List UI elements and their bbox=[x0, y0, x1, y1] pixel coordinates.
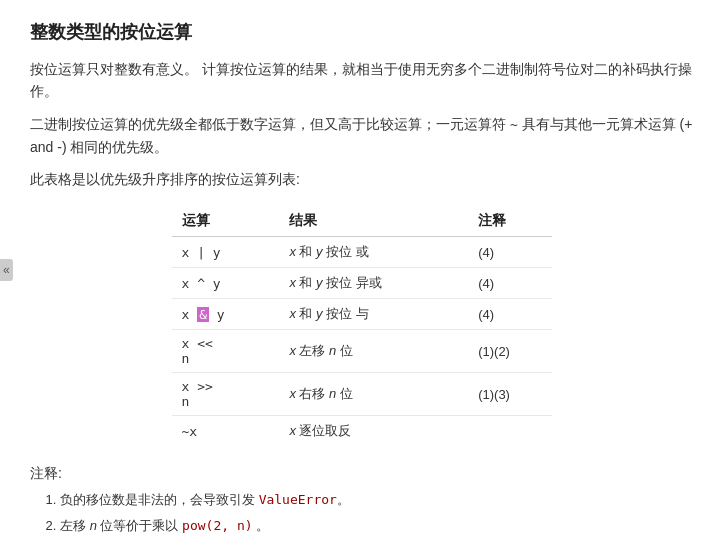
note-cell: (1)(3) bbox=[468, 373, 551, 416]
note-cell: (4) bbox=[468, 237, 551, 268]
notes-title: 注释: bbox=[30, 462, 693, 484]
table-row: x & y x 和 y 按位 与 (4) bbox=[172, 299, 552, 330]
list-item: 左移 n 位等价于乘以 pow(2, n) 。 bbox=[60, 515, 693, 537]
note-cell bbox=[468, 416, 551, 447]
op-cell: ~x bbox=[172, 416, 280, 447]
note-cell: (1)(2) bbox=[468, 330, 551, 373]
table-row: x ^ y x 和 y 按位 异或 (4) bbox=[172, 268, 552, 299]
page-title: 整数类型的按位运算 bbox=[30, 20, 693, 44]
bitwise-ops-table: 运算 结果 注释 x | y x 和 y 按位 或 (4) x ^ y bbox=[30, 206, 693, 446]
paragraph-1: 按位运算只对整数有意义。 计算按位运算的结果，就相当于使用无穷多个二进制制符号位… bbox=[30, 58, 693, 103]
table-row: x <<n x 左移 n 位 (1)(2) bbox=[172, 330, 552, 373]
paragraph-2: 二进制按位运算的优先级全都低于数字运算，但又高于比较运算；一元运算符 ~ 具有与… bbox=[30, 113, 693, 158]
op-cell: x >>n bbox=[172, 373, 280, 416]
col-header-op: 运算 bbox=[172, 206, 280, 237]
note-cell: (4) bbox=[468, 299, 551, 330]
table-row: x >>n x 右移 n 位 (1)(3) bbox=[172, 373, 552, 416]
notes-section: 注释: 负的移位数是非法的，会导致引发 ValueError。 左移 n 位等价… bbox=[30, 462, 693, 539]
table-row: x | y x 和 y 按位 或 (4) bbox=[172, 237, 552, 268]
result-cell: x 右移 n 位 bbox=[279, 373, 468, 416]
op-cell: x | y bbox=[172, 237, 280, 268]
paragraph-3: 此表格是以优先级升序排序的按位运算列表: bbox=[30, 168, 693, 190]
sidebar-toggle[interactable]: « bbox=[0, 259, 13, 281]
note-cell: (4) bbox=[468, 268, 551, 299]
col-header-note: 注释 bbox=[468, 206, 551, 237]
list-item: 负的移位数是非法的，会导致引发 ValueError。 bbox=[60, 489, 693, 511]
result-cell: x 逐位取反 bbox=[279, 416, 468, 447]
result-cell: x 左移 n 位 bbox=[279, 330, 468, 373]
op-cell: x <<n bbox=[172, 330, 280, 373]
op-cell: x ^ y bbox=[172, 268, 280, 299]
footnotes-list: 负的移位数是非法的，会导致引发 ValueError。 左移 n 位等价于乘以 … bbox=[60, 489, 693, 539]
result-cell: x 和 y 按位 或 bbox=[279, 237, 468, 268]
result-cell: x 和 y 按位 异或 bbox=[279, 268, 468, 299]
col-header-result: 结果 bbox=[279, 206, 468, 237]
table-row: ~x x 逐位取反 bbox=[172, 416, 552, 447]
result-cell: x 和 y 按位 与 bbox=[279, 299, 468, 330]
op-cell: x & y bbox=[172, 299, 280, 330]
